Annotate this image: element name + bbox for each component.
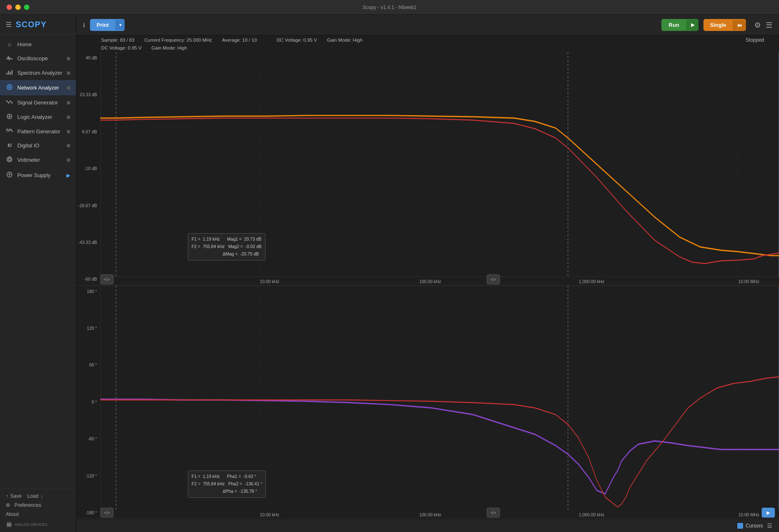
single-label: Single (703, 19, 733, 31)
x-label-1: 10.00 kHz (260, 279, 279, 284)
sidebar-item-logic-analyzer[interactable]: Logic Analyzer (0, 110, 76, 124)
mag-nav-mid[interactable]: <> (487, 274, 500, 284)
sidebar-item-oscilloscope[interactable]: Oscilloscope (0, 51, 76, 66)
analog-devices-logo: AD ANALOG DEVICES (6, 521, 70, 528)
phase-nav-right[interactable]: ▶ (762, 508, 775, 518)
sidebar-item-home[interactable]: ⌂ Home (0, 37, 76, 51)
sidebar-item-spectrum-analyzer[interactable]: Spectrum Analyzer (0, 66, 76, 80)
oscilloscope-icon (6, 55, 13, 62)
print-dropdown-arrow[interactable]: ▾ (116, 20, 125, 30)
svg-point-11 (8, 158, 11, 161)
phase-nav-left[interactable]: <> (100, 508, 114, 518)
sidebar-item-voltmeter[interactable]: Voltmeter (0, 152, 76, 168)
digital-io-icon: IO (6, 143, 13, 148)
signal-gen-icon (6, 99, 13, 106)
dc-voltage-status: DC Voltage: 0.95 V (277, 38, 317, 43)
dc-voltage-status: DC Voltage: 0.95 V (101, 45, 142, 50)
title-bar: Scopy - v1.4.1 - f4beeb1 (0, 0, 779, 15)
sidebar-item-network-analyzer[interactable]: Network Analyzer (0, 80, 76, 95)
sidebar: ☰ SCOPY ⌂ Home Oscilloscope (0, 15, 76, 532)
power-supply-arrow: ▶ (66, 173, 70, 178)
menu-icon[interactable]: ☰ (766, 21, 772, 30)
window-title: Scopy - v1.4.1 - f4beeb1 (362, 5, 417, 10)
pattern-icon (6, 128, 13, 135)
x-label-2: 100.00 kHz (419, 512, 441, 517)
about-button[interactable]: About (6, 511, 70, 517)
sidebar-item-label: Digital IO (17, 142, 63, 149)
save-button[interactable]: ↑ Save (6, 493, 21, 499)
sidebar-item-label: Home (17, 41, 70, 47)
sidebar-item-signal-generator[interactable]: Signal Generator (0, 95, 76, 110)
gain-mode-status: Gain Mode: High (152, 45, 187, 50)
main-content: ℹ Print ▾ Run ▶ Single ⏭ ⚙ ☰ Sample: 83 … (76, 15, 779, 532)
settings-icon[interactable]: ⚙ (754, 21, 761, 30)
x-label-4: 10.00 MHz (738, 279, 759, 284)
single-button[interactable]: Single ⏭ (703, 19, 746, 31)
x-label-3: 1,000.00 kHz (579, 279, 604, 284)
y-label-3: -10 dB (78, 166, 99, 171)
stopped-status: Stopped (746, 37, 772, 43)
freq-status: Current Frequency: 25.000 MHz (144, 38, 212, 43)
y-label-4: -26.67 dB (78, 203, 99, 208)
y-label-2: 60 ° (78, 362, 99, 367)
run-label: Run (661, 19, 687, 31)
digital-io-indicator (67, 144, 70, 147)
svg-rect-0 (7, 73, 7, 75)
maximize-button[interactable] (24, 5, 29, 10)
x-label-1: 10.00 kHz (260, 512, 279, 517)
window-controls[interactable] (7, 5, 29, 10)
run-play-icon[interactable]: ▶ (687, 19, 698, 31)
logic-icon (6, 113, 13, 121)
run-button[interactable]: Run ▶ (661, 19, 698, 31)
y-label-5: -120 ° (78, 473, 99, 478)
sidebar-item-label: Power Supply (17, 172, 62, 178)
magnitude-svg (100, 52, 779, 277)
voltmeter-icon (6, 156, 13, 164)
print-button[interactable]: Print ▾ (90, 19, 125, 31)
phase-svg (100, 286, 779, 511)
sidebar-item-digital-io[interactable]: IO Digital IO (0, 139, 76, 152)
sample-status: Sample: 83 / 83 (101, 38, 135, 43)
load-button[interactable]: Load ↓ (27, 493, 43, 499)
oscilloscope-indicator (67, 57, 70, 60)
toolbar: ℹ Print ▾ Run ▶ Single ⏭ ⚙ ☰ (76, 15, 779, 35)
phase-nav-mid[interactable]: <> (487, 508, 500, 518)
svg-rect-2 (10, 72, 11, 75)
about-label: About (6, 511, 19, 517)
preferences-icon: ⚙ (6, 502, 10, 508)
average-status: Average: 10 / 10 (222, 38, 257, 43)
gain-mode-status: Gain Mode: High (327, 38, 362, 43)
mag-nav-left[interactable]: <> (100, 274, 114, 284)
print-label: Print (90, 19, 116, 31)
signal-gen-indicator (67, 101, 70, 104)
sidebar-item-label: Signal Generator (17, 99, 63, 106)
phase-y-axis: 180 ° 120 ° 60 ° 0 ° -60 ° -120 ° -180 ° (76, 286, 100, 519)
svg-text:AD: AD (7, 523, 11, 526)
preferences-button[interactable]: ⚙ Preferences (6, 502, 70, 508)
x-label-3: 1,000.00 kHz (579, 512, 604, 517)
y-label-1: 120 ° (78, 326, 99, 331)
spectrum-icon (6, 69, 13, 76)
y-label-0: 40 dB (78, 55, 99, 60)
sidebar-item-pattern-generator[interactable]: Pattern Generator (0, 124, 76, 139)
single-play-icon[interactable]: ⏭ (733, 20, 746, 31)
bottom-menu-icon[interactable]: ☰ (767, 523, 772, 529)
y-label-6: -60 dB (78, 277, 99, 281)
network-indicator (67, 86, 70, 90)
close-button[interactable] (7, 5, 12, 10)
pattern-indicator (67, 130, 70, 133)
sidebar-item-label: Network Analyzer (17, 85, 63, 91)
mag-x-axis: 1 kHz 10.00 kHz 100.00 kHz 1,000.00 kHz … (100, 278, 779, 285)
minimize-button[interactable] (15, 5, 21, 10)
logic-indicator (67, 116, 70, 119)
hamburger-icon[interactable]: ☰ (6, 21, 12, 28)
sidebar-item-label: Pattern Generator (17, 128, 63, 135)
load-icon: ↓ (40, 493, 43, 499)
svg-point-9 (9, 116, 10, 117)
sidebar-footer: ↑ Save Load ↓ ⚙ Preferences About AD ANA… (0, 489, 76, 532)
cursors-indicator: Cursors (737, 523, 763, 529)
info-icon[interactable]: ℹ (83, 22, 85, 28)
phase-x-axis: 1 kHz 10.00 kHz 100.00 kHz 1,000.00 kHz … (100, 511, 779, 518)
voltmeter-indicator (67, 158, 70, 162)
sidebar-item-power-supply[interactable]: Power Supply ▶ (0, 168, 76, 183)
